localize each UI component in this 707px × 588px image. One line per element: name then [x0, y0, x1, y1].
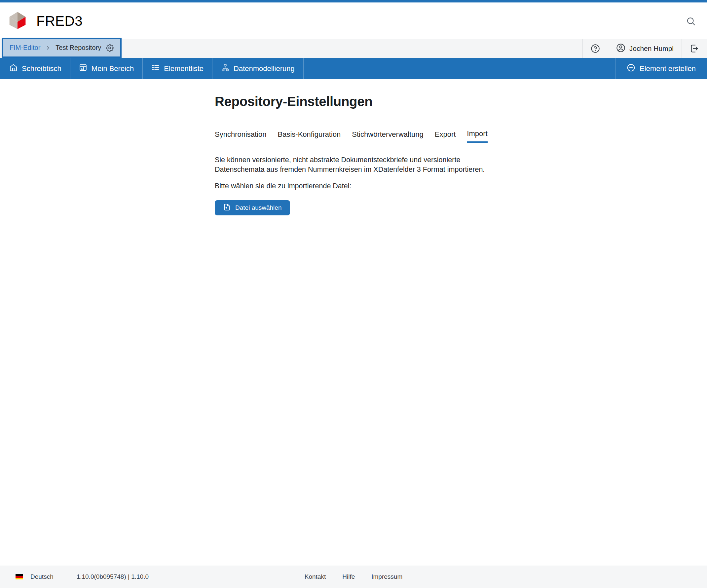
page-title: Repository-Einstellungen [215, 94, 492, 109]
main-content: Repository-Einstellungen Synchronisation… [0, 79, 707, 565]
nav-item-elementliste[interactable]: Elementliste [143, 58, 212, 79]
tab-synchronisation[interactable]: Synchronisation [215, 130, 267, 143]
breadcrumb-bar: FIM-Editor Test Repository [0, 39, 707, 58]
help-icon[interactable] [582, 39, 608, 58]
create-element-button[interactable]: Element erstellen [615, 58, 707, 79]
repository-settings-gear-icon[interactable] [106, 44, 114, 52]
svg-text:31: 31 [80, 67, 84, 70]
language-selector[interactable]: Deutsch [30, 573, 54, 580]
nav-item-datenmodellierung[interactable]: Datenmodellierung [212, 58, 304, 79]
chevron-right-icon [45, 45, 51, 51]
tab-import[interactable]: Import [467, 130, 487, 143]
breadcrumb-current-repository: Test Repository [56, 44, 101, 51]
user-name: Jochen Humpl [629, 44, 674, 53]
tab-basis-konfiguration[interactable]: Basis-Konfiguration [278, 130, 341, 143]
footer-link-impressum[interactable]: Impressum [371, 573, 402, 580]
footer-links: Kontakt Hilfe Impressum [305, 573, 402, 580]
top-accent-stripe [0, 0, 707, 3]
user-menu[interactable]: Jochen Humpl [608, 39, 681, 58]
plus-circle-icon [627, 63, 635, 74]
footer-link-kontakt[interactable]: Kontakt [305, 573, 326, 580]
logout-icon[interactable] [681, 39, 707, 58]
nav-item-mein-bereich[interactable]: 31 Mein Bereich [70, 58, 143, 79]
file-plus-icon [223, 203, 231, 213]
file-select-prompt: Bitte wählen sie die zu importierende Da… [215, 182, 492, 190]
breadcrumb: FIM-Editor Test Repository [2, 38, 122, 58]
select-file-button[interactable]: Datei auswählen [215, 200, 290, 215]
app-logo-icon [7, 11, 28, 31]
app-title: FRED3 [36, 13, 82, 29]
tab-stichwoerterverwaltung[interactable]: Stichwörterverwaltung [352, 130, 423, 143]
app-header: FRED3 [0, 3, 707, 39]
settings-tabs: Synchronisation Basis-Konfiguration Stic… [215, 130, 492, 143]
list-icon [151, 63, 160, 74]
calendar-window-icon: 31 [79, 63, 87, 74]
main-navigation: Schreibtisch 31 Mein Bereich [0, 58, 707, 79]
nav-item-schreibtisch[interactable]: Schreibtisch [0, 58, 70, 79]
german-flag-icon[interactable] [15, 574, 23, 579]
search-icon[interactable] [686, 16, 696, 26]
org-chart-icon [221, 63, 229, 74]
home-icon [9, 63, 18, 74]
app-page: FRED3 FIM-Editor Test Repository [0, 0, 707, 588]
breadcrumb-link-fim-editor[interactable]: FIM-Editor [9, 44, 40, 51]
version-info: 1.10.0(0b095748) | 1.10.0 [77, 573, 149, 580]
import-description: Sie können versionierte, nicht abstrakte… [215, 155, 492, 174]
user-avatar-icon [616, 43, 626, 54]
user-toolbar: Jochen Humpl [582, 39, 707, 58]
footer-link-hilfe[interactable]: Hilfe [342, 573, 355, 580]
footer: Deutsch 1.10.0(0b095748) | 1.10.0 Kontak… [0, 565, 707, 588]
tab-export[interactable]: Export [435, 130, 456, 143]
